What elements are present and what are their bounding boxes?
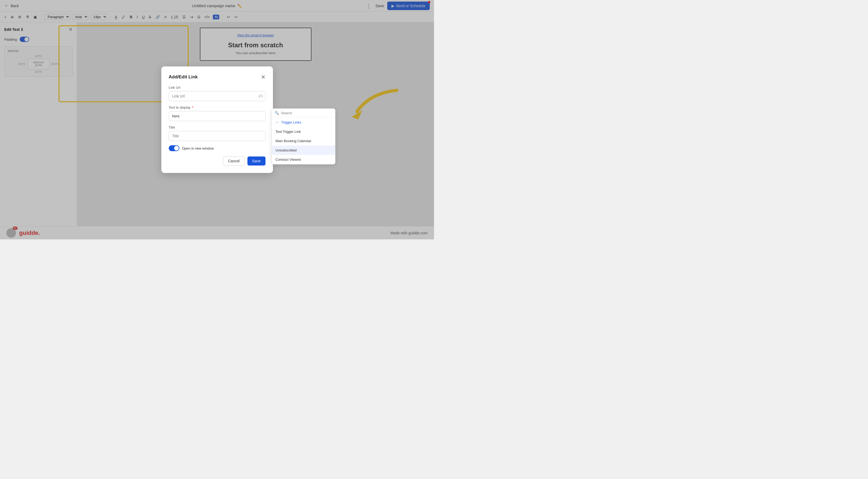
title-group: Title — [169, 125, 266, 141]
title-input[interactable] — [169, 131, 266, 141]
save-modal-button[interactable]: Save — [247, 157, 266, 165]
title-label: Title — [169, 125, 266, 129]
trigger-links-dropdown: 🔍 ← Trigger Links Test Trigger Link Main… — [272, 108, 335, 164]
dropdown-search-input[interactable] — [281, 111, 333, 115]
add-edit-link-modal: Add/Edit Link ✕ Link Url 🏷 Text to displ… — [161, 66, 273, 173]
trigger-links-header[interactable]: ← Trigger Links — [272, 118, 335, 127]
dropdown-item-1[interactable]: Main Booking Calendar — [272, 136, 335, 146]
open-new-window-row: Open in new window — [169, 145, 266, 151]
modal-actions: Cancel Save — [169, 157, 266, 165]
tag-icon: 🏷 — [258, 94, 263, 99]
new-window-toggle[interactable] — [169, 145, 179, 151]
text-display-label: Text to display * — [169, 105, 266, 109]
dropdown-search-row: 🔍 — [272, 109, 335, 118]
open-new-window-label: Open in new window — [182, 147, 214, 150]
modal-header: Add/Edit Link ✕ — [169, 74, 266, 80]
cancel-button[interactable]: Cancel — [223, 157, 245, 165]
trigger-links-label: Trigger Links — [281, 120, 301, 124]
dropdown-item-3[interactable]: Contract Viewed — [272, 155, 335, 164]
modal-overlay: Add/Edit Link ✕ Link Url 🏷 Text to displ… — [0, 0, 434, 240]
link-url-input[interactable] — [169, 91, 266, 101]
link-url-wrap: 🏷 — [169, 91, 266, 101]
back-icon: ← — [276, 120, 279, 124]
search-icon: 🔍 — [275, 111, 279, 115]
dropdown-item-0[interactable]: Test Trigger Link — [272, 127, 335, 136]
text-display-input[interactable] — [169, 111, 266, 121]
modal-close-button[interactable]: ✕ — [261, 74, 266, 80]
dropdown-item-label-0: Test Trigger Link — [276, 130, 301, 134]
dropdown-item-label-3: Contract Viewed — [276, 158, 301, 162]
required-marker: * — [192, 105, 193, 109]
link-url-label: Link Url — [169, 86, 266, 90]
dropdown-item-2[interactable]: Unsubscribed — [272, 146, 335, 155]
dropdown-item-label-2: Unsubscribed — [276, 148, 297, 152]
modal-title: Add/Edit Link — [169, 74, 198, 80]
link-url-group: Link Url 🏷 — [169, 86, 266, 101]
text-display-group: Text to display * — [169, 105, 266, 121]
dropdown-item-label-1: Main Booking Calendar — [276, 139, 311, 143]
